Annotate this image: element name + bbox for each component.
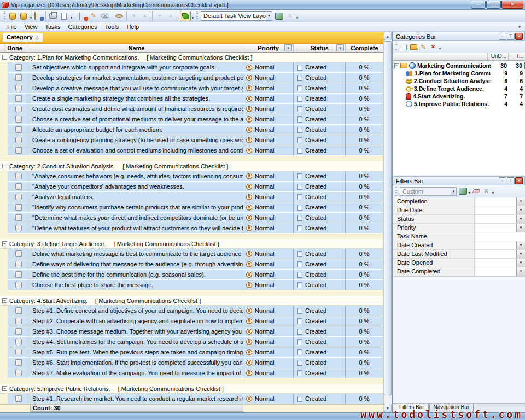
tree-category-item[interactable]: 4.Start Advertizing.77 bbox=[393, 92, 525, 100]
minimize-button[interactable]: — bbox=[471, 1, 486, 9]
task-name-cell[interactable]: ''Identify why consumers purchase certai… bbox=[30, 202, 243, 213]
print-button[interactable] bbox=[48, 11, 59, 21]
status-cell[interactable]: Created bbox=[294, 326, 346, 337]
filter-preset-combobox[interactable]: Custom ▼ bbox=[400, 187, 457, 196]
delete-layout-button[interactable]: ✕ bbox=[284, 11, 295, 21]
status-cell[interactable]: Created bbox=[294, 306, 346, 316]
status-cell[interactable]: Created bbox=[294, 347, 346, 358]
done-checkbox[interactable] bbox=[15, 307, 22, 314]
collapse-icon[interactable]: − bbox=[2, 55, 7, 60]
done-checkbox[interactable] bbox=[15, 339, 22, 345]
category-header-row[interactable]: −Category: 5.Improve Public Relations.[ … bbox=[0, 384, 383, 394]
menu-item-view[interactable]: View bbox=[21, 23, 42, 31]
task-name-cell[interactable]: Create a single marketing strategy that … bbox=[30, 94, 243, 104]
done-checkbox[interactable] bbox=[15, 395, 22, 402]
priority-cell[interactable]: Normal bbox=[243, 73, 294, 83]
view-mode-dropdown-icon[interactable]: ▼ bbox=[191, 11, 195, 21]
task-name-cell[interactable]: Create cost estimates and define what am… bbox=[30, 104, 243, 114]
task-name-cell[interactable]: Develop a creative message that you will… bbox=[30, 83, 243, 94]
task-row[interactable]: Step #5. Run pre-test. When the previous… bbox=[0, 347, 383, 358]
status-cell[interactable]: Created bbox=[294, 368, 346, 378]
new-checklist-button[interactable] bbox=[399, 42, 409, 51]
menu-item-file[interactable]: File bbox=[3, 23, 21, 31]
priority-cell[interactable]: Normal bbox=[243, 135, 294, 145]
filter-value-field[interactable] bbox=[475, 259, 516, 267]
task-row[interactable]: Set objectives which support and integra… bbox=[0, 62, 383, 73]
hide-completed-button[interactable] bbox=[114, 11, 125, 21]
scroll-up-icon[interactable]: ▲ bbox=[384, 32, 392, 40]
menu-item-categories[interactable]: Categories bbox=[65, 23, 101, 31]
layout-combobox[interactable]: Default Task View Layout ▼ bbox=[201, 11, 272, 21]
done-checkbox[interactable] bbox=[15, 261, 22, 267]
layout-combobox-dropdown-icon[interactable]: ▼ bbox=[266, 12, 272, 20]
done-checkbox[interactable] bbox=[15, 349, 22, 355]
column-header-status[interactable]: Status▼ bbox=[294, 44, 346, 52]
priority-cell[interactable]: Normal bbox=[243, 94, 294, 104]
priority-cell[interactable]: Normal bbox=[243, 259, 294, 270]
filter-dropdown-icon[interactable]: ▼ bbox=[516, 224, 525, 232]
filter-dropdown-icon[interactable]: ▼ bbox=[516, 215, 525, 223]
task-name-cell[interactable]: Define what marketing message is best to… bbox=[30, 249, 243, 259]
categories-toolbar-overflow-icon[interactable]: ▼ bbox=[438, 42, 442, 52]
task-row[interactable]: Choose a creative set of promotional med… bbox=[0, 114, 383, 125]
collapse-icon[interactable]: − bbox=[2, 298, 7, 303]
task-name-cell[interactable]: Create a contingency planning strategy (… bbox=[30, 135, 243, 145]
edit-task-button[interactable]: ✎ bbox=[88, 11, 99, 21]
filter-value-field[interactable] bbox=[475, 215, 516, 223]
print-dropdown-icon[interactable]: ▼ bbox=[69, 11, 73, 21]
column-header-name[interactable]: Name bbox=[30, 44, 243, 52]
task-row[interactable]: Step #6. Start implementation. If the pr… bbox=[0, 358, 383, 368]
task-name-cell[interactable]: Step #2. Cooperate with an advertising a… bbox=[30, 316, 243, 326]
task-name-cell[interactable]: Step #4. Set timeframes for the campaign… bbox=[30, 337, 243, 347]
grid-vertical-scrollbar[interactable]: ▲ ▼ bbox=[383, 32, 392, 412]
save-layout-button[interactable] bbox=[273, 11, 284, 21]
task-row[interactable]: ''Identify why consumers purchase certai… bbox=[0, 202, 383, 213]
move-top-button[interactable]: ⏶ bbox=[165, 11, 176, 21]
menu-item-tools[interactable]: Tools bbox=[101, 23, 123, 31]
filter-dropdown-icon[interactable]: ▼ bbox=[516, 241, 525, 249]
print-preview-button[interactable] bbox=[59, 11, 69, 21]
task-row[interactable]: ''Analyze your competitors' advantages a… bbox=[0, 182, 383, 192]
priority-cell[interactable]: Normal bbox=[243, 114, 294, 125]
priority-cell[interactable]: Normal bbox=[243, 306, 294, 316]
priority-cell[interactable]: Normal bbox=[243, 202, 294, 213]
task-name-cell[interactable]: Step #7. Make evaluation of the campaign… bbox=[30, 368, 243, 378]
status-cell[interactable]: Created bbox=[294, 280, 346, 290]
column-header-priority[interactable]: Priority▼ bbox=[243, 44, 294, 52]
task-name-cell[interactable]: Define ways of delivering that message t… bbox=[30, 259, 243, 270]
task-row[interactable]: Choose the best place to share the messa… bbox=[0, 280, 383, 290]
task-row[interactable]: Create a contingency planning strategy (… bbox=[0, 135, 383, 145]
priority-cell[interactable]: Normal bbox=[243, 171, 294, 182]
priority-cell[interactable]: Normal bbox=[243, 326, 294, 337]
filter-dropdown-icon[interactable]: ▼ bbox=[516, 197, 525, 206]
apply-filter-dropdown-icon[interactable]: ▼ bbox=[468, 186, 471, 196]
new-database-button[interactable] bbox=[7, 11, 18, 21]
done-checkbox[interactable] bbox=[15, 328, 22, 335]
task-row[interactable]: Step #3. Choose message medium. Together… bbox=[0, 326, 383, 337]
delete-filter-button[interactable]: ✕ bbox=[481, 186, 491, 196]
filter-value-field[interactable] bbox=[475, 232, 525, 241]
done-checkbox[interactable] bbox=[15, 318, 22, 324]
status-cell[interactable]: Created bbox=[294, 394, 346, 404]
task-name-cell[interactable]: Choose a set of evaluation and control m… bbox=[30, 145, 243, 156]
categories-bar-restore-icon[interactable]: ▫ bbox=[499, 33, 506, 40]
done-checkbox[interactable] bbox=[15, 95, 22, 102]
done-checkbox[interactable] bbox=[15, 116, 22, 122]
group-by-category-button[interactable]: Category △ bbox=[2, 33, 43, 42]
column-header-complete[interactable]: Complete bbox=[346, 44, 383, 52]
status-cell[interactable]: Created bbox=[294, 337, 346, 347]
done-checkbox[interactable] bbox=[15, 282, 22, 288]
move-up-button[interactable]: ▲ bbox=[139, 11, 150, 21]
apply-filter-button[interactable] bbox=[458, 186, 468, 196]
status-cell[interactable]: Created bbox=[294, 316, 346, 326]
tree-collapse-icon[interactable]: − bbox=[394, 63, 399, 68]
task-name-cell[interactable]: ''Analyze legal matters. bbox=[30, 192, 243, 202]
status-cell[interactable]: Created bbox=[294, 192, 346, 202]
done-checkbox[interactable] bbox=[15, 106, 22, 112]
done-checkbox[interactable] bbox=[15, 85, 22, 91]
done-checkbox[interactable] bbox=[15, 183, 22, 190]
filter-value-field[interactable] bbox=[475, 206, 516, 214]
priority-filter-dropdown-icon[interactable]: ▼ bbox=[284, 44, 292, 51]
status-cell[interactable]: Created bbox=[294, 270, 346, 280]
categories-bar-pin-icon[interactable]: ⊤ bbox=[507, 33, 515, 40]
